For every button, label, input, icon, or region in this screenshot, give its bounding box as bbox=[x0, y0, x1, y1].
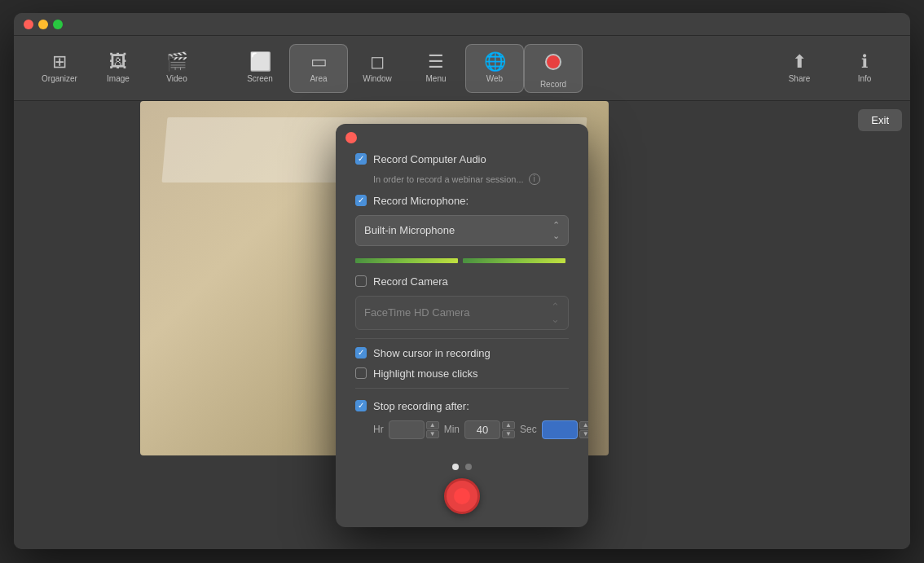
audio-segment-right bbox=[463, 258, 565, 263]
hr-stepper: ▲ ▼ bbox=[426, 421, 439, 438]
toolbar-item-web[interactable]: 🌐 Web bbox=[465, 44, 524, 93]
stop-recording-section: Stop recording after: Hr ▲ ▼ bbox=[355, 400, 569, 439]
organizer-icon: ⊞ bbox=[52, 53, 67, 71]
stop-recording-label[interactable]: Stop recording after: bbox=[373, 400, 469, 412]
share-icon: ⬆ bbox=[792, 53, 807, 71]
record-microphone-label[interactable]: Record Microphone: bbox=[373, 195, 469, 207]
record-microphone-checkbox[interactable] bbox=[355, 195, 367, 206]
divider-2 bbox=[355, 388, 569, 389]
camera-select[interactable]: FaceTime HD Camera ⌃⌄ bbox=[355, 296, 569, 330]
close-button[interactable] bbox=[24, 20, 33, 29]
toolbar-label-screen: Screen bbox=[247, 74, 273, 83]
sec-input[interactable] bbox=[542, 420, 578, 439]
record-computer-audio-label[interactable]: Record Computer Audio bbox=[373, 153, 486, 165]
record-button-inner bbox=[454, 488, 470, 504]
modal-overlay: Record Computer Audio In order to record… bbox=[14, 101, 910, 549]
sec-up-button[interactable]: ▲ bbox=[579, 421, 588, 429]
show-cursor-label[interactable]: Show cursor in recording bbox=[373, 347, 491, 359]
maximize-button[interactable] bbox=[53, 20, 63, 29]
hr-input[interactable] bbox=[389, 420, 425, 439]
microphone-chevron-icon: ⌃⌄ bbox=[552, 220, 560, 241]
min-up-button[interactable]: ▲ bbox=[502, 421, 515, 429]
pagination bbox=[336, 452, 588, 478]
toolbar-item-video[interactable]: 🎬 Video bbox=[147, 44, 206, 93]
sec-down-button[interactable]: ▼ bbox=[579, 430, 588, 438]
web-icon: 🌐 bbox=[484, 53, 506, 71]
app-window: ⊞ Organizer 🖼 Image 🎬 Video ⬜ Screen ▭ A… bbox=[14, 13, 910, 549]
divider-1 bbox=[355, 338, 569, 339]
record-button-wrapper bbox=[336, 478, 588, 527]
toolbar-label-window: Window bbox=[363, 74, 392, 83]
video-icon: 🎬 bbox=[166, 53, 188, 71]
toolbar-item-info[interactable]: ℹ Info bbox=[835, 44, 894, 93]
toolbar-label-image: Image bbox=[107, 74, 130, 83]
show-cursor-checkbox[interactable] bbox=[355, 347, 367, 358]
toolbar-label-share: Share bbox=[789, 74, 811, 83]
min-down-button[interactable]: ▼ bbox=[502, 430, 515, 438]
modal-body: Record Computer Audio In order to record… bbox=[336, 137, 588, 452]
sec-label: Sec bbox=[520, 424, 537, 435]
toolbar-item-organizer[interactable]: ⊞ Organizer bbox=[30, 44, 89, 93]
toolbar-label-area: Area bbox=[310, 74, 327, 83]
pagination-dot-2[interactable] bbox=[465, 464, 472, 470]
toolbar-item-area[interactable]: ▭ Area bbox=[289, 44, 348, 93]
audio-segment-left bbox=[355, 258, 458, 263]
min-label: Min bbox=[444, 424, 460, 435]
record-button[interactable] bbox=[444, 478, 480, 514]
modal-close-button[interactable] bbox=[345, 132, 357, 143]
toolbar-label-video: Video bbox=[166, 74, 187, 83]
hr-up-button[interactable]: ▲ bbox=[426, 421, 439, 429]
record-computer-audio-row: Record Computer Audio bbox=[355, 153, 569, 165]
sec-input-wrapper: ▲ ▼ bbox=[542, 420, 588, 439]
toolbar-label-organizer: Organizer bbox=[42, 74, 77, 83]
toolbar-label-record: Record bbox=[540, 80, 566, 89]
microphone-select[interactable]: Built-in Microphone ⌃⌄ bbox=[355, 215, 569, 246]
window-icon: ◻ bbox=[370, 53, 385, 71]
toolbar-label-web: Web bbox=[486, 74, 503, 83]
pagination-dot-1[interactable] bbox=[452, 464, 459, 470]
toolbar-item-screen[interactable]: ⬜ Screen bbox=[231, 44, 289, 93]
toolbar: ⊞ Organizer 🖼 Image 🎬 Video ⬜ Screen ▭ A… bbox=[14, 36, 910, 101]
toolbar-item-menu[interactable]: ☰ Menu bbox=[407, 44, 465, 93]
sec-stepper: ▲ ▼ bbox=[579, 421, 588, 438]
record-icon bbox=[539, 47, 568, 77]
traffic-lights bbox=[24, 20, 63, 29]
stop-recording-row: Stop recording after: bbox=[355, 400, 569, 412]
highlight-clicks-label[interactable]: Highlight mouse clicks bbox=[373, 367, 478, 380]
highlight-clicks-row: Highlight mouse clicks bbox=[355, 367, 569, 380]
image-icon: 🖼 bbox=[109, 53, 127, 71]
min-input-wrapper: ▲ ▼ bbox=[464, 420, 515, 439]
time-inputs: Hr ▲ ▼ Min bbox=[373, 420, 569, 439]
screen-icon: ⬜ bbox=[249, 53, 271, 71]
title-bar bbox=[14, 13, 910, 36]
record-camera-label[interactable]: Record Camera bbox=[373, 275, 448, 288]
info-icon: ℹ bbox=[861, 53, 868, 71]
record-camera-checkbox[interactable] bbox=[355, 275, 367, 287]
highlight-clicks-checkbox[interactable] bbox=[355, 367, 367, 379]
webinar-info-row: In order to record a webinar session... … bbox=[373, 174, 569, 185]
toolbar-label-menu: Menu bbox=[425, 74, 446, 83]
toolbar-label-info: Info bbox=[858, 74, 872, 83]
menu-icon: ☰ bbox=[428, 53, 444, 71]
camera-chevron-icon: ⌃⌄ bbox=[551, 301, 560, 325]
min-stepper: ▲ ▼ bbox=[502, 421, 515, 438]
show-cursor-row: Show cursor in recording bbox=[355, 347, 569, 359]
microphone-select-wrapper: Built-in Microphone ⌃⌄ bbox=[355, 215, 569, 246]
stop-recording-checkbox[interactable] bbox=[355, 400, 367, 411]
audio-level-bar bbox=[355, 257, 569, 264]
record-microphone-row: Record Microphone: bbox=[355, 195, 569, 207]
toolbar-item-image[interactable]: 🖼 Image bbox=[89, 44, 147, 93]
hr-down-button[interactable]: ▼ bbox=[426, 430, 439, 438]
min-input[interactable] bbox=[464, 420, 500, 439]
camera-selected-value: FaceTime HD Camera bbox=[364, 306, 470, 319]
record-camera-row: Record Camera bbox=[355, 275, 569, 288]
toolbar-item-record[interactable]: Record bbox=[524, 44, 583, 93]
info-circle-icon: i bbox=[529, 174, 540, 185]
webinar-info-text: In order to record a webinar session... bbox=[373, 174, 524, 184]
record-computer-audio-checkbox[interactable] bbox=[355, 153, 367, 165]
hr-label: Hr bbox=[373, 424, 384, 435]
toolbar-item-share[interactable]: ⬆ Share bbox=[770, 44, 829, 93]
hr-input-wrapper: ▲ ▼ bbox=[389, 420, 439, 439]
toolbar-item-window[interactable]: ◻ Window bbox=[348, 44, 407, 93]
minimize-button[interactable] bbox=[38, 20, 48, 29]
